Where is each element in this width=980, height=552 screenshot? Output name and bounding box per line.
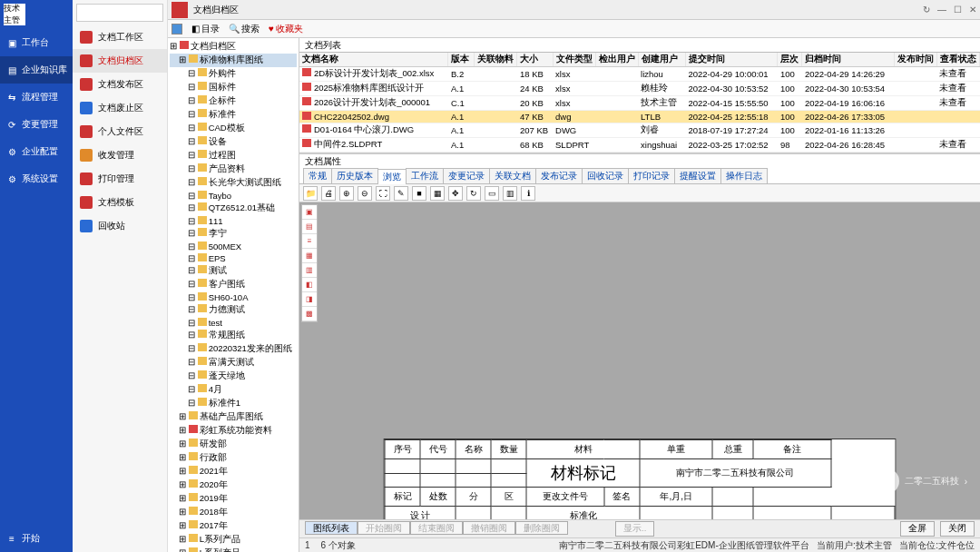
tree-node[interactable]: ⊞ 2017年 — [170, 519, 297, 533]
tree-node[interactable]: ⊟ 20220321发来的图纸 — [170, 342, 297, 356]
tree-node[interactable]: ⊞ L系列产品 — [170, 533, 297, 547]
table-row[interactable]: D01-0164 中心滚刀.DWGA.1207 KBDWG刘睿2018-07-1… — [299, 123, 980, 138]
midnav-4[interactable]: 个人文件区 — [73, 120, 167, 143]
tree-node[interactable]: ⊞ 标准物料库图纸 — [170, 54, 297, 67]
tree-node[interactable]: ⊟ 蓬天绿地 — [170, 370, 297, 383]
col-header[interactable]: 关联物料 — [475, 53, 517, 67]
tab-7[interactable]: 回收记录 — [582, 168, 629, 183]
leftnav-1[interactable]: ▤企业知识库 — [0, 56, 73, 84]
midnav-7[interactable]: 文档模板 — [73, 191, 167, 214]
tool-color-icon[interactable]: ■ — [412, 186, 426, 201]
tab-9[interactable]: 提醒设置 — [674, 168, 721, 183]
tree-node[interactable]: ⊟ EPS — [170, 252, 297, 264]
tree-node[interactable]: ⊟ 富满天测试 — [170, 356, 297, 370]
tree-node[interactable]: ⊟ 4月 — [170, 383, 297, 397]
bottom-btn-0[interactable]: 图纸列表 — [305, 521, 358, 535]
table-row[interactable]: 2025标准物料库图纸设计开A.124 KBxlsx赖桂玲2022-04-30 … — [299, 82, 980, 96]
tree-node[interactable]: ⊞ 基础产品库图纸 — [170, 410, 297, 424]
tool-info-icon[interactable]: ℹ — [521, 186, 535, 201]
minimize-icon[interactable]: — — [937, 5, 946, 15]
fullscreen-btn[interactable]: 全屏 — [900, 521, 935, 537]
tree-node[interactable]: ⊞ 2019年 — [170, 492, 297, 506]
tree-node[interactable]: ⊞ 2020年 — [170, 478, 297, 492]
leftnav-3[interactable]: ⟳变更管理 — [0, 111, 73, 138]
drawing-preview[interactable]: ▣▤≡▦▥◧◨▩ 序号代号名称数量材料单重总重备注 材料标记南宁市二零二五科技有… — [299, 202, 980, 519]
tree-node[interactable]: ⊟ 客户图纸 — [170, 278, 297, 291]
midnav-6[interactable]: 打印管理 — [73, 167, 167, 191]
tool-folder-icon[interactable]: 📁 — [303, 186, 318, 201]
favorites-btn[interactable]: ♥收藏夹 — [269, 23, 303, 35]
col-header[interactable]: 版本 — [448, 53, 475, 67]
tree-node[interactable]: ⊞ L系列产品 — [170, 547, 297, 552]
tree-node[interactable]: ⊟ 李宁 — [170, 227, 297, 241]
tree-node[interactable]: ⊟ 长光华大测试图纸 — [170, 176, 297, 190]
tool-print-icon[interactable]: 🖨 — [321, 186, 336, 201]
tab-8[interactable]: 打印记录 — [628, 168, 675, 183]
col-header[interactable]: 归档时间 — [802, 53, 895, 67]
col-header[interactable]: 创建用户 — [638, 53, 685, 67]
tree-node[interactable]: ⊟ 外购件 — [170, 67, 297, 81]
tree-node[interactable]: ⊟ 测试 — [170, 264, 297, 278]
catalog-btn[interactable]: ◧目录 — [191, 23, 220, 35]
table-row[interactable]: 中间件2.SLDPRTA.168 KBSLDPRTxingshuai2022-0… — [299, 138, 980, 153]
tab-6[interactable]: 发布记录 — [535, 168, 583, 183]
tree-node[interactable]: ⊟ 常规图纸 — [170, 329, 297, 342]
tab-5[interactable]: 关联文档 — [489, 168, 536, 183]
tree-node[interactable]: ⊟ 过程图 — [170, 149, 297, 163]
start-button[interactable]: ≡ 开始 — [0, 525, 73, 552]
close-preview-btn[interactable]: 关闭 — [940, 521, 975, 537]
midnav-2[interactable]: 文档发布区 — [73, 73, 167, 96]
tree-node[interactable]: ⊟ 设备 — [170, 135, 297, 149]
leftnav-2[interactable]: ⇆流程管理 — [0, 84, 73, 111]
tool-move-icon[interactable]: ✥ — [448, 186, 463, 201]
search-btn[interactable]: 🔍搜索 — [229, 23, 260, 35]
refresh-icon[interactable]: ↻ — [923, 5, 930, 15]
tab-0[interactable]: 常规 — [303, 168, 332, 183]
tree-node[interactable]: ⊟ QTZ6512.01基础 — [170, 202, 297, 215]
col-header[interactable]: 提交时间 — [685, 53, 778, 67]
tree-node[interactable]: ⊟ 国标件 — [170, 81, 297, 94]
col-header[interactable]: 查看状态 — [936, 53, 979, 67]
col-header[interactable]: 层次 — [778, 53, 802, 67]
tree-node[interactable]: ⊞ 研发部 — [170, 438, 297, 451]
tree-node[interactable]: ⊟ 企标件 — [170, 94, 297, 108]
tree-node[interactable]: ⊟ 产品资料 — [170, 163, 297, 176]
tool-rotate-icon[interactable]: ↻ — [466, 186, 481, 201]
tree-node[interactable]: ⊟ 标准件1 — [170, 397, 297, 410]
midnav-8[interactable]: 回收站 — [73, 214, 167, 238]
leftnav-0[interactable]: ▣工作台 — [0, 29, 73, 56]
catalog-toggle[interactable] — [172, 24, 182, 34]
tree-node[interactable]: ⊟ CAD模板 — [170, 122, 297, 135]
tab-3[interactable]: 工作流 — [406, 168, 444, 183]
tool-layers-icon[interactable]: ▦ — [430, 186, 445, 201]
close-icon[interactable]: ✕ — [969, 5, 976, 15]
tree-node[interactable]: ⊟ 500MEX — [170, 241, 297, 252]
midnav-1[interactable]: 文档归档区 — [73, 49, 167, 73]
leftnav-5[interactable]: ⚙系统设置 — [0, 165, 73, 192]
midnav-0[interactable]: 文档工作区 — [73, 25, 167, 49]
col-header[interactable]: 发布时间 — [894, 53, 936, 67]
tool-zoom-out-icon[interactable]: ⊖ — [358, 186, 372, 201]
tool-select-icon[interactable]: ▭ — [485, 186, 499, 201]
tab-4[interactable]: 变更记录 — [443, 168, 490, 183]
col-header[interactable]: 文档名称 — [299, 53, 448, 67]
tree-node[interactable]: ⊞ 2018年 — [170, 506, 297, 519]
table-row[interactable]: 2026设计开发计划表_000001C.120 KBxlsx技术主管2022-0… — [299, 96, 980, 111]
folder-tree[interactable]: ⊞ 文档归档区⊞ 标准物料库图纸⊟ 外购件⊟ 国标件⊟ 企标件⊟ 标准件⊟ CA… — [168, 38, 299, 552]
tree-node[interactable]: ⊞ 彩虹系统功能资料 — [170, 424, 297, 438]
midnav-5[interactable]: 收发管理 — [73, 143, 167, 167]
tree-node[interactable]: ⊟ 力德测试 — [170, 303, 297, 317]
tree-node[interactable]: ⊟ 标准件 — [170, 108, 297, 122]
tree-node[interactable]: ⊟ test — [170, 317, 297, 329]
tree-node[interactable]: ⊟ Taybo — [170, 190, 297, 202]
tree-node[interactable]: ⊞ 2021年 — [170, 465, 297, 478]
col-header[interactable]: 大小 — [517, 53, 553, 67]
tree-node[interactable]: ⊞ 文档归档区 — [170, 40, 297, 54]
leftnav-4[interactable]: ⚙企业配置 — [0, 138, 73, 165]
tool-pen-icon[interactable]: ✎ — [394, 186, 408, 201]
tab-2[interactable]: 浏览 — [377, 169, 407, 184]
preview-side-tools[interactable]: ▣▤≡▦▥◧◨▩ — [301, 204, 318, 322]
table-row[interactable]: 2D标设计开发计划表_002.xlsxB.218 KBxlsxlizhou202… — [299, 67, 980, 82]
midnav-3[interactable]: 文档废止区 — [73, 96, 167, 120]
tree-node[interactable]: ⊟ SH60-10A — [170, 291, 297, 303]
